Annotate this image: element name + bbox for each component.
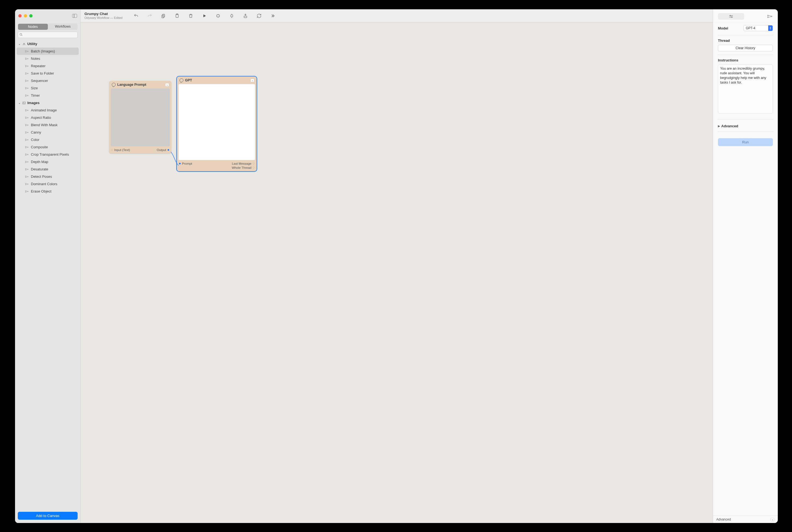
more-icon[interactable] (270, 13, 275, 18)
node-icon (25, 131, 29, 134)
svg-point-51 (27, 169, 29, 170)
tree-item[interactable]: Erase Object (17, 188, 79, 195)
tree-group-header[interactable]: ⌄Utility (17, 40, 79, 48)
tree-item[interactable]: Size (17, 84, 79, 92)
tree-item[interactable]: Desaturate (17, 166, 79, 173)
chevron-updown-icon: ▲▼ (768, 25, 773, 31)
tab-workflows[interactable]: Workflows (48, 23, 78, 30)
inspector-tab-graph[interactable] (767, 14, 773, 19)
tree-item[interactable]: Dominant Colors (17, 180, 79, 188)
node-title: GPT (185, 78, 192, 82)
sidebar-toggle-icon[interactable] (72, 14, 77, 18)
output-port[interactable] (253, 167, 254, 169)
instructions-label: Instructions (718, 58, 773, 62)
undo-icon[interactable] (134, 13, 139, 18)
inspector-tabs (713, 9, 778, 22)
tree-item[interactable]: Composite (17, 144, 79, 151)
tree-item[interactable]: Aspect Ratio (17, 114, 79, 121)
tree-group-header[interactable]: ⌄Images (17, 99, 79, 107)
svg-point-22 (27, 95, 29, 96)
fit-icon[interactable] (216, 13, 221, 18)
tree-item[interactable]: Sequencer (17, 77, 79, 84)
node-body[interactable] (179, 84, 255, 160)
svg-point-12 (25, 74, 26, 74)
svg-point-8 (25, 65, 26, 66)
node-icon (25, 190, 29, 193)
tree-item-label: Erase Object (31, 189, 51, 193)
tree-item[interactable]: Canny (17, 129, 79, 136)
input-port[interactable] (111, 149, 113, 151)
node-gpt[interactable]: GPT ⌄ Prompt Last Message Whole Thread (177, 76, 257, 171)
advanced-label: Advanced (721, 124, 738, 128)
footer-dropdown-button[interactable]: ⌄ (770, 518, 774, 521)
close-window-button[interactable] (18, 14, 22, 18)
tree-item[interactable]: Save to Folder (17, 70, 79, 77)
tree-item-label: Aspect Ratio (31, 115, 51, 120)
node-body[interactable] (111, 89, 170, 146)
node-icon (25, 116, 29, 119)
node-icon (25, 168, 29, 171)
node-ports: Input (Text) Output (109, 146, 171, 153)
node-icon (25, 153, 29, 156)
svg-point-41 (25, 147, 26, 148)
tree-item[interactable]: Detect Poses (17, 173, 79, 180)
node-header[interactable]: Language Prompt ⌄ (109, 81, 171, 89)
play-icon[interactable] (202, 13, 207, 18)
tree-item[interactable]: Animated Image (17, 107, 79, 114)
port-label: Output (156, 148, 166, 152)
node-icon (25, 175, 29, 178)
title-block: Grumpy Chat Odyssey Workflow — Edited (85, 12, 123, 19)
svg-point-39 (27, 139, 29, 140)
svg-point-29 (25, 118, 26, 118)
redo-icon[interactable] (147, 13, 152, 18)
advanced-toggle[interactable]: ▶ Advanced (718, 124, 773, 128)
minimize-window-button[interactable] (24, 14, 27, 18)
node-menu-button[interactable]: ⌄ (250, 79, 254, 82)
search-input[interactable] (18, 32, 78, 38)
center-icon[interactable] (229, 13, 234, 18)
tree-item[interactable]: Depth Map (17, 158, 79, 166)
svg-point-73 (768, 17, 768, 18)
footer-label: Advanced (716, 517, 731, 521)
zoom-window-button[interactable] (29, 14, 33, 18)
tree-item-label: Notes (31, 57, 40, 61)
tab-nodes[interactable]: Nodes (18, 24, 48, 30)
svg-point-36 (27, 132, 29, 133)
input-port[interactable] (179, 163, 181, 165)
node-header[interactable]: GPT ⌄ (177, 76, 257, 84)
svg-point-2 (25, 50, 26, 51)
tree-item[interactable]: Crop Transparent Pixels (17, 151, 79, 158)
share-icon[interactable] (243, 13, 248, 18)
tree-item-label: Sequencer (31, 79, 48, 83)
svg-point-18 (25, 88, 26, 89)
output-port[interactable] (253, 163, 254, 165)
paste-icon[interactable] (174, 13, 180, 18)
canvas[interactable]: Language Prompt ⌄ Input (Text) Output (80, 22, 713, 523)
run-button[interactable]: Run (718, 138, 773, 146)
inspector-tab-sliders[interactable] (718, 13, 744, 20)
search-wrap (18, 32, 78, 38)
tree-item[interactable]: Timer (17, 92, 79, 99)
clear-history-button[interactable]: Clear History (718, 45, 773, 51)
node-language-prompt[interactable]: Language Prompt ⌄ Input (Text) Output (109, 81, 171, 153)
trash-icon[interactable] (188, 13, 193, 18)
sync-icon[interactable] (257, 13, 261, 18)
tree-item[interactable]: Repeater (17, 62, 79, 70)
tree-item[interactable]: Batch (Images) (17, 48, 79, 55)
add-to-canvas-button[interactable]: Add to Canvas (18, 512, 78, 520)
copy-icon[interactable] (161, 13, 166, 18)
tree-item[interactable]: Color (17, 136, 79, 144)
instructions-textarea[interactable] (718, 64, 773, 114)
output-port[interactable] (167, 149, 169, 151)
svg-point-19 (27, 88, 29, 89)
tree-item-label: Animated Image (31, 108, 57, 112)
svg-point-6 (25, 59, 26, 59)
svg-line-1 (22, 35, 22, 36)
tree-item[interactable]: Blend With Mask (17, 121, 79, 129)
node-menu-button[interactable]: ⌄ (165, 83, 169, 87)
tree-item[interactable]: Notes (17, 55, 79, 62)
svg-point-38 (25, 140, 26, 141)
model-select[interactable]: GPT-4 ▲▼ (743, 25, 773, 31)
port-label: Prompt (182, 162, 192, 165)
node-icon (25, 87, 29, 90)
